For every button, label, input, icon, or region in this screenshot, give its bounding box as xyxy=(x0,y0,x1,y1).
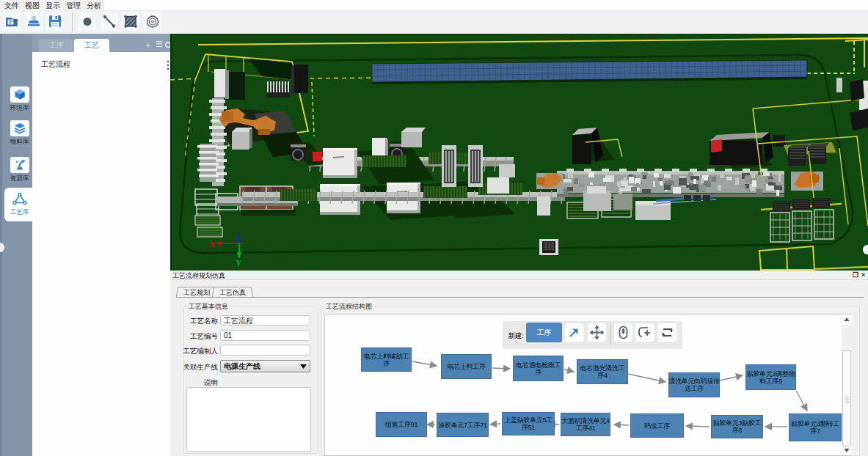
svg-text:Y: Y xyxy=(236,258,241,267)
svg-text:X: X xyxy=(209,240,215,249)
svg-text:Z: Z xyxy=(235,232,241,243)
